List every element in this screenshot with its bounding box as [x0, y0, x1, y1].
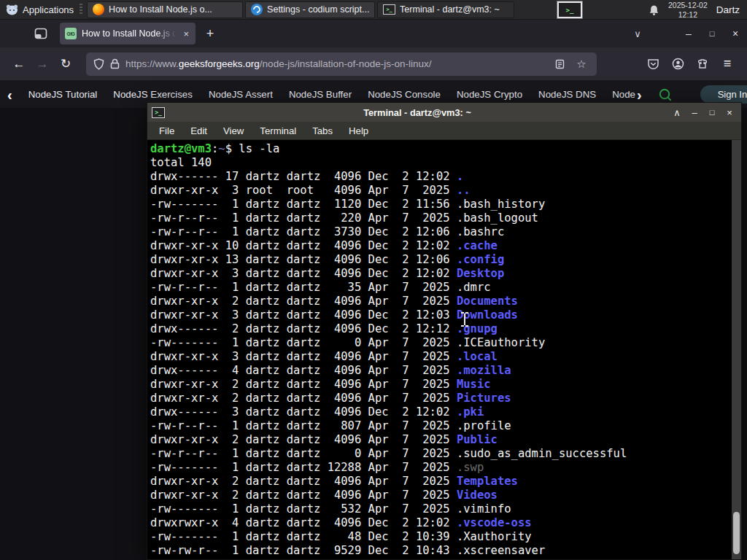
prompt-command: ls -la — [239, 142, 279, 155]
file-name: Music — [457, 378, 491, 391]
vscodium-icon — [251, 4, 263, 15]
tab-title: How to Install Node.js on — [82, 28, 177, 39]
terminal-output-line: drwx------ 2 dartz dartz 4096 Dec 2 12:1… — [150, 322, 741, 336]
window-maximize-button[interactable]: □ — [700, 23, 724, 44]
terminal-output-line: -rw------- 1 dartz dartz 48 Dec 2 10:39 … — [150, 530, 741, 544]
reload-button[interactable]: ↻ — [54, 52, 77, 76]
taskbar-clock[interactable]: 2025-12-02 12:12 — [668, 1, 708, 19]
file-name: .viminfo — [457, 502, 511, 516]
applications-menu-button[interactable]: Applications — [0, 0, 80, 19]
extensions-puzzle-icon[interactable] — [690, 52, 715, 76]
gfg-nav-item-nodejs-assert[interactable]: NodeJS Assert — [209, 89, 273, 100]
url-bar[interactable]: https://www.geeksforgeeks.org/node-js/in… — [86, 52, 597, 76]
system-taskbar: Applications How to Install Node.js o...… — [0, 0, 747, 20]
firefox-view-button[interactable] — [31, 23, 51, 44]
taskbar-window-title: Settings - codium script... — [267, 4, 369, 15]
new-tab-button[interactable]: + — [200, 23, 220, 44]
toolbar-icon-group: ≡ — [640, 52, 740, 76]
user-menu[interactable]: Dartz — [716, 4, 740, 15]
window-close-button[interactable]: × — [724, 23, 747, 44]
terminal-output-line: -rw-r--r-- 1 dartz dartz 807 Apr 7 2025 … — [150, 419, 741, 433]
list-all-tabs-button[interactable]: ∨ — [627, 23, 648, 44]
terminal-output-line: drwxr-xr-x 3 dartz dartz 4096 Apr 7 2025… — [150, 350, 741, 364]
terminal-shade-button[interactable]: ∧ — [670, 105, 684, 120]
terminal-close-button[interactable]: × — [722, 105, 737, 120]
file-name: Pictures — [457, 392, 511, 405]
file-name: Templates — [457, 475, 518, 488]
window-minimize-button[interactable]: – — [677, 23, 700, 44]
terminal-menubar: FileEditViewTerminalTabsHelp — [147, 122, 741, 140]
taskbar-window-button-terminal[interactable]: >_Terminal - dartz@vm3: ~ — [377, 1, 514, 18]
tab-close-icon[interactable]: × — [182, 28, 190, 39]
terminal-menu-file[interactable]: File — [151, 125, 182, 136]
terminal-scrollbar-thumb[interactable] — [733, 512, 740, 554]
terminal-output-line: drwx------ 4 dartz dartz 4096 Apr 7 2025… — [150, 364, 741, 378]
gfg-search-icon[interactable] — [658, 88, 673, 102]
gfg-nav-item-truncated[interactable]: Node › — [612, 88, 641, 102]
gfg-nav-item-nodejs-crypto[interactable]: NodeJS Crypto — [457, 89, 522, 100]
terminal-output-line: drwxr-xr-x 3 dartz dartz 4096 Dec 2 12:0… — [150, 308, 741, 322]
pocket-save-icon[interactable] — [640, 52, 665, 76]
firefox-icon — [93, 4, 104, 15]
terminal-minimize-button[interactable]: – — [687, 105, 702, 120]
file-name: .sudo_as_admin_successful — [457, 447, 627, 460]
browser-tab-bar: GfG How to Install Node.js on × + ∨ – □ … — [0, 20, 747, 47]
menu-hamburger-icon[interactable]: ≡ — [715, 52, 740, 76]
reader-view-icon[interactable] — [551, 59, 568, 69]
nav-scroll-right-icon[interactable]: › — [637, 88, 642, 102]
file-name: .bash_logout — [457, 211, 538, 225]
browser-tab-active[interactable]: GfG How to Install Node.js on × — [60, 23, 196, 44]
terminal-menu-help[interactable]: Help — [341, 125, 376, 136]
terminal-menu-edit[interactable]: Edit — [182, 125, 215, 136]
xfce-logo-icon — [6, 4, 18, 15]
file-name: .vscode-oss — [457, 516, 532, 529]
account-icon[interactable] — [665, 52, 690, 76]
terminal-menu-terminal[interactable]: Terminal — [252, 125, 304, 136]
url-prefix: https://www. — [125, 58, 179, 69]
file-name: Documents — [457, 295, 518, 308]
gfg-nav-item-nodejs-dns[interactable]: NodeJS DNS — [538, 89, 596, 100]
gfg-nav-item-nodejs-exercises[interactable]: NodeJS Exercises — [113, 89, 193, 100]
terminal-output-line: drwxr-xr-x 2 dartz dartz 4096 Apr 7 2025… — [150, 392, 741, 405]
mouse-ibeam-cursor — [461, 312, 468, 327]
tracking-protection-shield-icon[interactable] — [93, 58, 104, 70]
terminal-output-area[interactable]: dartz@vm3:~$ ls -la total 140 drwx------… — [147, 140, 741, 559]
nav-scroll-left-icon[interactable]: ‹ — [7, 88, 12, 102]
terminal-output-line: drwx------ 3 dartz dartz 4096 Dec 2 12:0… — [150, 405, 741, 419]
prompt-user-host: dartz@vm3 — [150, 142, 212, 155]
file-name: .dmrc — [457, 281, 491, 294]
gfg-nav-item-nodejs-tutorial[interactable]: NodeJS Tutorial — [28, 89, 98, 100]
terminal-scrollbar[interactable] — [732, 140, 741, 559]
file-name: .swp — [457, 461, 484, 474]
terminal-window: >_ Terminal - dartz@vm3: ~ ∧ – □ × FileE… — [147, 102, 742, 560]
terminal-output-line: drwxr-xr-x 3 root root 4096 Apr 7 2025 .… — [150, 184, 741, 198]
file-name: .config — [457, 253, 504, 266]
file-name: .Xauthority — [457, 530, 532, 543]
sign-in-button[interactable]: Sign In — [700, 85, 747, 104]
terminal-output-line: -rw-r--r-- 1 dartz dartz 220 Apr 7 2025 … — [150, 211, 741, 225]
terminal-output-line: drwxr-xr-x 10 dartz dartz 4096 Dec 2 12:… — [150, 239, 741, 253]
back-button[interactable]: ← — [7, 52, 31, 76]
terminal-menu-view[interactable]: View — [215, 125, 252, 136]
taskbar-status-area: 2025-12-02 12:12 Dartz — [649, 0, 747, 20]
notification-bell-icon[interactable] — [649, 4, 659, 16]
file-name: .pki — [457, 405, 484, 419]
tray-terminal-icon[interactable]: >_ — [557, 1, 582, 18]
gfg-nav-item-nodejs-console[interactable]: NodeJS Console — [368, 89, 441, 100]
taskbar-window-button-vscodium[interactable]: Settings - codium script... — [245, 1, 375, 18]
file-name: .profile — [457, 419, 511, 432]
clock-time: 12:12 — [668, 10, 708, 19]
gfg-nav-item-nodejs-buffer[interactable]: NodeJS Buffer — [289, 89, 352, 100]
file-name: .ICEauthority — [457, 336, 545, 349]
terminal-menu-tabs[interactable]: Tabs — [304, 125, 341, 136]
terminal-maximize-button[interactable]: □ — [705, 105, 719, 120]
file-name: .xscreensaver — [457, 544, 545, 557]
taskbar-window-button-firefox[interactable]: How to Install Node.js o... — [87, 1, 243, 18]
forward-button[interactable]: → — [31, 52, 54, 76]
bookmark-star-icon[interactable]: ☆ — [573, 58, 589, 71]
terminal-titlebar[interactable]: >_ Terminal - dartz@vm3: ~ ∧ – □ × — [147, 103, 741, 122]
padlock-icon[interactable] — [110, 58, 120, 69]
terminal-output-line: drwxrwxr-x 4 dartz dartz 4096 Dec 2 12:0… — [150, 516, 741, 530]
gfg-nav-items: NodeJS TutorialNodeJS ExercisesNodeJS As… — [28, 89, 597, 100]
file-name: .cache — [457, 239, 498, 252]
